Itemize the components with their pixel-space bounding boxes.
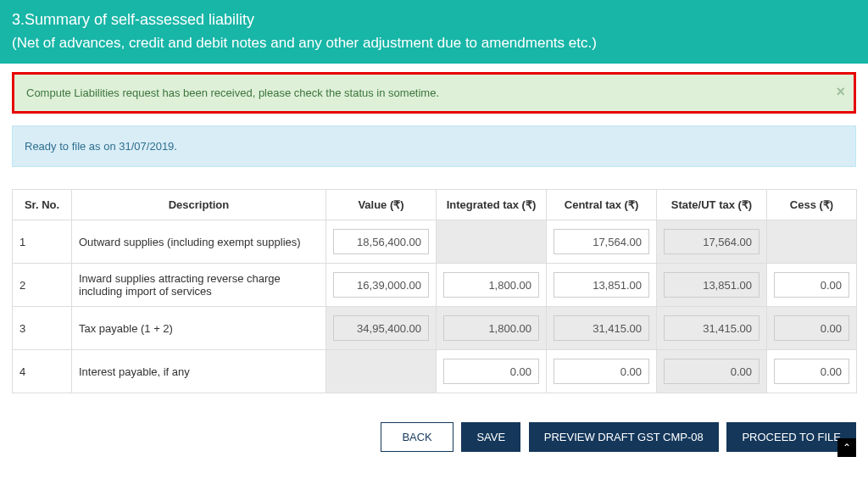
input-value[interactable] xyxy=(333,229,429,254)
table-header-row: Sr. No. Description Value (₹) Integrated… xyxy=(13,190,857,220)
cell-cess-disabled xyxy=(767,220,857,264)
close-icon[interactable]: × xyxy=(836,83,845,101)
cell-sr: 1 xyxy=(13,220,72,264)
input-igst[interactable] xyxy=(443,272,539,298)
cell-desc: Interest payable, if any xyxy=(72,350,326,393)
input-cess[interactable] xyxy=(774,359,849,384)
cell-value-disabled xyxy=(326,350,437,393)
input-igst xyxy=(443,315,539,341)
alert-success-text: Compute Liabilities request has been rec… xyxy=(26,86,439,99)
back-button[interactable]: BACK xyxy=(381,422,453,452)
cell-desc: Inward supplies attracting reverse charg… xyxy=(72,264,326,307)
table-row: 3 Tax payable (1 + 2) xyxy=(13,307,857,350)
input-value[interactable] xyxy=(333,272,429,298)
col-sr: Sr. No. xyxy=(13,190,72,220)
input-cess[interactable] xyxy=(774,272,849,298)
cell-desc: Outward supplies (including exempt suppl… xyxy=(72,220,326,264)
input-cgst[interactable] xyxy=(554,359,649,384)
input-sgst xyxy=(664,315,760,341)
input-cgst xyxy=(554,315,649,341)
input-sgst xyxy=(664,359,760,384)
input-igst[interactable] xyxy=(443,359,539,384)
cell-sr: 3 xyxy=(13,307,72,350)
cell-sr: 4 xyxy=(13,350,72,393)
input-cess xyxy=(774,315,849,341)
col-desc: Description xyxy=(72,190,326,220)
section-header: 3.Summary of self-assessed liability (Ne… xyxy=(0,0,868,64)
alert-info: Ready to file as on 31/07/2019. xyxy=(12,125,856,167)
col-value: Value (₹) xyxy=(326,190,437,220)
col-cess: Cess (₹) xyxy=(767,190,857,220)
table-row: 2 Inward supplies attracting reverse cha… xyxy=(13,264,857,307)
section-title: 3.Summary of self-assessed liability xyxy=(12,8,856,31)
liability-table: Sr. No. Description Value (₹) Integrated… xyxy=(12,189,857,393)
scroll-top-icon[interactable]: ⌃ xyxy=(837,438,856,457)
table-row: 4 Interest payable, if any xyxy=(13,350,857,393)
section-subtitle: (Net of advances, credit and debit notes… xyxy=(12,35,856,52)
preview-button[interactable]: PREVIEW DRAFT GST CMP-08 xyxy=(529,422,719,452)
table-row: 1 Outward supplies (including exempt sup… xyxy=(13,220,857,264)
action-bar: BACK SAVE PREVIEW DRAFT GST CMP-08 PROCE… xyxy=(12,415,856,457)
input-cgst[interactable] xyxy=(554,272,649,298)
input-cgst[interactable] xyxy=(554,229,649,254)
save-button[interactable]: SAVE xyxy=(461,422,520,452)
cell-desc: Tax payable (1 + 2) xyxy=(72,307,326,350)
cell-igst-disabled xyxy=(437,220,547,264)
input-value xyxy=(333,315,429,341)
cell-sr: 2 xyxy=(13,264,72,307)
input-sgst xyxy=(664,272,760,298)
alert-success: Compute Liabilities request has been rec… xyxy=(12,72,856,114)
input-sgst xyxy=(664,229,760,254)
alert-info-text: Ready to file as on 31/07/2019. xyxy=(25,140,177,153)
col-igst: Integrated tax (₹) xyxy=(437,190,547,220)
col-sgst: State/UT tax (₹) xyxy=(657,190,767,220)
col-cgst: Central tax (₹) xyxy=(547,190,657,220)
